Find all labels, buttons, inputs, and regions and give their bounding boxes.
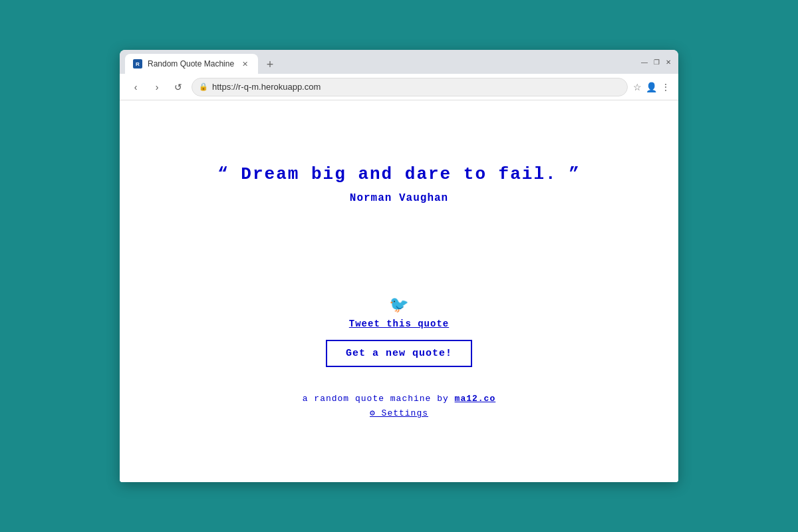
new-tab-button[interactable]: + xyxy=(261,55,279,74)
tab-close-button[interactable]: ✕ xyxy=(239,59,250,69)
twitter-icon: 🐦 xyxy=(389,295,409,315)
footer-link[interactable]: ma12.co xyxy=(455,394,496,404)
address-bar: ‹ › ↺ 🔒 https://r-q-m.herokuapp.com ☆ 👤 … xyxy=(120,74,678,100)
menu-icon[interactable]: ⋮ xyxy=(661,82,670,92)
tab-title: Random Quote Machine xyxy=(148,59,234,68)
window-controls: — ❐ ✕ xyxy=(640,57,673,66)
page-content: “ Dream big and dare to fail. ” Norman V… xyxy=(120,100,678,482)
back-button[interactable]: ‹ xyxy=(128,79,144,95)
refresh-button[interactable]: ↺ xyxy=(170,79,186,95)
quote-author: Norman Vaughan xyxy=(350,192,448,204)
forward-button[interactable]: › xyxy=(149,79,165,95)
url-bar[interactable]: 🔒 https://r-q-m.herokuapp.com xyxy=(192,78,628,96)
close-button[interactable]: ✕ xyxy=(664,57,673,66)
browser-window: R Random Quote Machine ✕ + — ❐ ✕ ‹ › ↺ 🔒… xyxy=(120,50,678,482)
quote-display: “ Dream big and dare to fail. ” xyxy=(217,164,581,184)
active-tab[interactable]: R Random Quote Machine ✕ xyxy=(125,54,258,74)
new-quote-button[interactable]: Get a new quote! xyxy=(326,340,472,367)
tweet-link[interactable]: Tweet this quote xyxy=(349,319,449,329)
tab-strip: R Random Quote Machine ✕ + xyxy=(125,50,640,74)
lock-icon: 🔒 xyxy=(199,82,208,91)
footer-prefix: a random quote machine by xyxy=(303,394,455,404)
restore-button[interactable]: ❐ xyxy=(652,57,661,66)
footer-text: a random quote machine by ma12.co xyxy=(303,394,495,404)
url-text: https://r-q-m.herokuapp.com xyxy=(212,82,321,92)
tab-favicon: R xyxy=(133,59,142,68)
twitter-section: 🐦 Tweet this quote xyxy=(349,295,449,329)
minimize-button[interactable]: — xyxy=(640,57,649,66)
title-bar: R Random Quote Machine ✕ + — ❐ ✕ xyxy=(120,50,678,74)
address-actions: ☆ 👤 ⋮ xyxy=(633,82,670,92)
profile-icon[interactable]: 👤 xyxy=(646,82,657,92)
settings-link[interactable]: ⚙ Settings xyxy=(370,408,428,418)
bookmark-icon[interactable]: ☆ xyxy=(633,82,642,92)
